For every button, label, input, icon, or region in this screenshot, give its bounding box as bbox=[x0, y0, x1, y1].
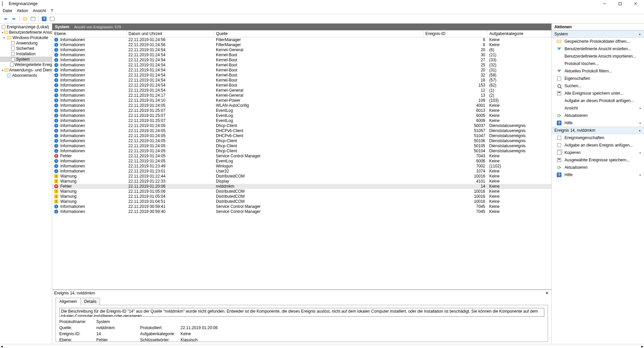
col-date[interactable]: Datum und Uhrzeit bbox=[126, 30, 214, 37]
action-event-properties[interactable]: Ereigniseigenschaften bbox=[552, 134, 644, 141]
tree-subscriptions[interactable]: Abonnements bbox=[0, 73, 52, 78]
menu-view[interactable]: Ansicht bbox=[33, 8, 46, 13]
event-row[interactable]: !Warnung22.11.2019 01:22:44DistributedCO… bbox=[52, 174, 551, 179]
event-row[interactable]: iInformationen22.11.2019 01:23:01User321… bbox=[52, 169, 551, 174]
event-row[interactable]: iInformationen22.11.2019 01:24:05Dhcp-Cl… bbox=[52, 149, 551, 154]
event-row[interactable]: iInformationen22.11.2019 01:25:07EventLo… bbox=[52, 118, 551, 123]
back-button[interactable]: ⬅ bbox=[2, 15, 9, 23]
action-refresh-event[interactable]: ⟳Aktualisieren bbox=[552, 164, 644, 171]
event-list[interactable]: Ebene Datum und Uhrzeit Quelle Ereignis-… bbox=[52, 30, 551, 289]
event-row[interactable]: iInformationen22.11.2019 01:24:54Kernel-… bbox=[52, 73, 551, 78]
action-clear-log[interactable]: Protokoll löschen... bbox=[552, 60, 644, 67]
details-close-button[interactable]: ✕ bbox=[545, 291, 549, 295]
scroll-right-icon[interactable]: ▸ bbox=[641, 344, 643, 348]
action-import-view[interactable]: Benutzerdefinierte Ansicht importieren..… bbox=[552, 53, 644, 60]
event-row[interactable]: !Warnung22.11.2019 01:22:33Display4101Ke… bbox=[52, 179, 551, 184]
event-row[interactable]: iInformationen22.11.2019 01:24:56FilterM… bbox=[52, 42, 551, 48]
event-row[interactable]: iInformationen22.11.2019 01:23:49Winlogo… bbox=[52, 164, 551, 169]
event-row[interactable]: iInformationen22.11.2019 01:24:54Kernel-… bbox=[52, 88, 551, 93]
cell-source: Kernel-Boot bbox=[214, 78, 423, 83]
event-row[interactable]: iInformationen22.11.2019 01:24:05Dhcp-Cl… bbox=[52, 123, 551, 128]
event-row[interactable]: iInformationen22.11.2019 01:24:10Kernel-… bbox=[52, 98, 551, 103]
action-find[interactable]: Suchen... bbox=[552, 82, 644, 90]
forward-button[interactable]: ➡ bbox=[10, 15, 18, 23]
cell-source: EventLog bbox=[214, 159, 423, 164]
expand-icon[interactable]: ▸ bbox=[2, 68, 4, 72]
value-level: Fehler bbox=[96, 338, 140, 342]
event-row[interactable]: iInformationen22.11.2019 01:24:05EventLo… bbox=[52, 159, 551, 164]
event-row[interactable]: iInformationen22.11.2019 01:24:05Dhcp-Cl… bbox=[52, 138, 551, 144]
event-row[interactable]: iInformationen22.11.2019 01:24:54Kernel-… bbox=[52, 83, 551, 88]
action-save-all[interactable]: Alle Ereignisse speichern unter... bbox=[552, 90, 644, 97]
event-row[interactable]: iInformationen22.11.2019 01:25:07EventLo… bbox=[52, 108, 551, 113]
tab-general[interactable]: Allgemein bbox=[56, 298, 81, 305]
event-row[interactable]: ✕Fehler22.11.2019 01:24:05Service Contro… bbox=[52, 154, 551, 159]
event-row[interactable]: !Warnung22.11.2019 01:05:04DistributedCO… bbox=[52, 194, 551, 199]
action-view[interactable]: Ansicht▸ bbox=[552, 104, 644, 112]
tree-application[interactable]: Anwendung bbox=[0, 40, 52, 46]
action-copy[interactable]: Kopieren▸ bbox=[552, 149, 644, 156]
col-id[interactable]: Ereignis-ID bbox=[423, 30, 487, 37]
cell-cat: (57) bbox=[487, 78, 551, 83]
action-help[interactable]: ?Hilfe▸ bbox=[552, 119, 644, 127]
action-save-selected[interactable]: Ausgewählte Ereignisse speichern... bbox=[552, 156, 644, 164]
event-row[interactable]: iInformationen22.11.2019 01:24:54Kernel-… bbox=[52, 58, 551, 63]
show-hide-tree-button[interactable] bbox=[21, 15, 29, 23]
event-row[interactable]: iInformationen22.11.2019 01:24:56FilterM… bbox=[52, 37, 551, 42]
event-row[interactable]: iInformationen22.11.2019 01:24:05DHCPv6-… bbox=[52, 133, 551, 138]
expand-icon[interactable]: ▸ bbox=[2, 30, 4, 34]
event-row[interactable]: !Warnung22.11.2019 01:04:51DistributedCO… bbox=[52, 199, 551, 204]
maximize-button[interactable] bbox=[612, 0, 628, 7]
tree-custom-views[interactable]: ▸Benutzerdefinierte Ansichten bbox=[0, 30, 52, 35]
action-attach-task[interactable]: Aufgabe an dieses Protokoll anfügen... bbox=[552, 97, 644, 104]
action-open-saved[interactable]: Gespeicherte Protokolldatei öffnen... bbox=[552, 38, 644, 45]
navigation-tree[interactable]: Ereignisanzeige (Lokal) ▸Benutzerdefinie… bbox=[0, 24, 52, 344]
event-row[interactable]: iInformationen22.11.2019 01:24:05Dhcp-Cl… bbox=[52, 144, 551, 149]
warn-icon: ! bbox=[54, 174, 58, 178]
tree-apps-services[interactable]: ▸Anwendungs- und Dienstprotokolle bbox=[0, 67, 52, 73]
action-refresh[interactable]: ⟳Aktualisieren bbox=[552, 112, 644, 119]
event-row[interactable]: iInformationen22.11.2019 01:24:54Kernel-… bbox=[52, 63, 551, 68]
view-button[interactable] bbox=[29, 15, 37, 23]
menu-action[interactable]: Aktion bbox=[17, 8, 28, 13]
action-create-view[interactable]: Benutzerdefinierte Ansicht erstellen... bbox=[552, 45, 644, 53]
scroll-left-icon[interactable]: ◂ bbox=[1, 344, 3, 348]
close-button[interactable] bbox=[628, 0, 643, 7]
menu-file[interactable]: Datei bbox=[3, 8, 12, 13]
event-row[interactable]: iInformationen22.11.2019 01:24:05WLAN-Au… bbox=[52, 103, 551, 108]
event-row[interactable]: iInformationen22.11.2019 01:25:07EventLo… bbox=[52, 113, 551, 118]
event-row[interactable]: iInformationen22.11.2019 01:24:54Kernel-… bbox=[52, 68, 551, 73]
tree-security[interactable]: Sicherheit bbox=[0, 46, 52, 51]
tree-setup[interactable]: Installation bbox=[0, 51, 52, 57]
event-row[interactable]: iInformationen22.11.2019 00:59:40Service… bbox=[52, 209, 551, 214]
horizontal-scrollbar[interactable]: ◂ ▸ bbox=[0, 344, 644, 348]
event-row[interactable]: !Warnung22.11.2019 01:05:06DistributedCO… bbox=[52, 189, 551, 194]
col-level[interactable]: Ebene bbox=[52, 30, 126, 37]
action-filter-log[interactable]: Aktuelles Protokoll filtern... bbox=[552, 67, 644, 75]
action-help-event[interactable]: ?Hilfe▸ bbox=[552, 171, 644, 179]
event-row[interactable]: ✕Fehler22.11.2019 01:20:06nvlddmkm14Kein… bbox=[52, 184, 551, 189]
event-row[interactable]: iInformationen22.11.2019 00:59:41Service… bbox=[52, 204, 551, 209]
collapse-icon[interactable]: ▲ bbox=[638, 32, 641, 36]
event-row[interactable]: iInformationen22.11.2019 01:24:54Kernel-… bbox=[52, 78, 551, 83]
column-headers[interactable]: Ebene Datum und Uhrzeit Quelle Ereignis-… bbox=[52, 30, 551, 37]
tree-system[interactable]: System bbox=[0, 57, 52, 62]
action-properties[interactable]: Eigenschaften bbox=[552, 75, 644, 82]
tree-windows-logs[interactable]: ▾Windows-Protokolle bbox=[0, 35, 52, 40]
export-button[interactable] bbox=[49, 15, 56, 23]
tree-root[interactable]: Ereignisanzeige (Lokal) bbox=[0, 24, 52, 30]
event-row[interactable]: iInformationen22.11.2019 01:24:05DHCPv6-… bbox=[52, 128, 551, 133]
tree-forwarded[interactable]: Weitergeleitete Ereignisse bbox=[0, 62, 52, 67]
action-attach-event-task[interactable]: Aufgabe an dieses Ereignis anfügen... bbox=[552, 141, 644, 149]
col-cat[interactable]: Aufgabenkategorie bbox=[487, 30, 551, 37]
collapse-icon[interactable]: ▾ bbox=[2, 36, 6, 40]
event-row[interactable]: iInformationen22.11.2019 01:24:54Kernel-… bbox=[52, 48, 551, 53]
menu-help[interactable]: ? bbox=[51, 8, 53, 13]
minimize-button[interactable] bbox=[597, 0, 612, 7]
collapse-icon[interactable]: ▲ bbox=[638, 129, 641, 132]
tab-details[interactable]: Details bbox=[80, 298, 100, 305]
help-button[interactable]: ? bbox=[40, 15, 48, 23]
col-source[interactable]: Quelle bbox=[214, 30, 423, 37]
event-row[interactable]: iInformationen22.11.2019 01:24:17Kernel-… bbox=[52, 93, 551, 98]
event-row[interactable]: iInformationen22.11.2019 01:24:54Kernel-… bbox=[52, 53, 551, 58]
